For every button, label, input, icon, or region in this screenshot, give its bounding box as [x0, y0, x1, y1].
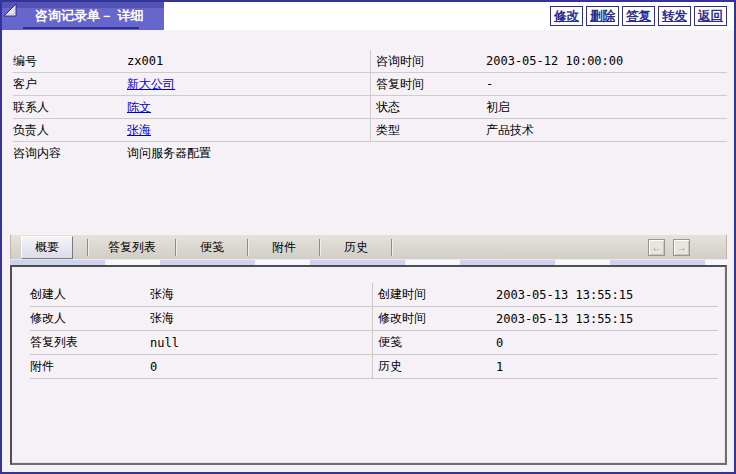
field-value: 张海	[127, 119, 370, 142]
field-label: 答复列表	[30, 331, 150, 355]
field-label: 创建人	[30, 283, 150, 307]
field-label: 编号	[13, 50, 127, 73]
field-value: 陈文	[127, 96, 370, 119]
title-underline	[23, 27, 139, 29]
delete-button[interactable]: 删除	[586, 6, 619, 26]
consultation-detail-window: 咨询记录单－ 详细 修改 删除 答复 转发 返回 编号 zx001 咨询时间 2…	[0, 0, 736, 474]
table-row: 咨询内容 询问服务器配置	[13, 142, 727, 165]
page-title-tab: 咨询记录单－ 详细	[2, 2, 164, 30]
field-value: 0	[150, 355, 372, 379]
field-label: 附件	[30, 355, 150, 379]
table-row: 修改人 张海 修改时间 2003-05-13 13:55:15	[30, 307, 718, 331]
field-value: zx001	[127, 50, 370, 73]
field-value: 产品技术	[482, 119, 727, 142]
field-label: 客户	[13, 73, 127, 96]
field-value: -	[482, 73, 727, 96]
owner-link[interactable]: 张海	[127, 122, 151, 139]
summary-panel: 创建人 张海 创建时间 2003-05-13 13:55:15 修改人 张海 修…	[10, 265, 727, 465]
tab-attachments[interactable]: 附件	[249, 235, 319, 259]
toolbar: 修改 删除 答复 转发 返回	[550, 6, 727, 26]
contact-link[interactable]: 陈文	[127, 99, 151, 116]
field-label: 状态	[370, 96, 482, 119]
field-value: 2003-05-13 13:55:15	[492, 307, 718, 331]
table-row: 负责人 张海 类型 产品技术	[13, 119, 727, 142]
field-label: 联系人	[13, 96, 127, 119]
return-button[interactable]: 返回	[694, 6, 727, 26]
table-row: 客户 新大公司 答复时间 -	[13, 73, 727, 96]
field-label: 修改人	[30, 307, 150, 331]
scroll-right-icon[interactable]: →	[673, 239, 690, 256]
field-value: 初启	[482, 96, 727, 119]
page-title: 咨询记录单－ 详细	[35, 7, 144, 25]
table-row: 答复列表 null 便笺 0	[30, 331, 718, 355]
tab-scroll-buttons: ← →	[648, 235, 726, 259]
field-value: 2003-05-13 13:55:15	[492, 283, 718, 307]
field-value: 询问服务器配置	[127, 142, 370, 165]
field-label: 咨询内容	[13, 142, 127, 165]
field-value: 新大公司	[127, 73, 370, 96]
tab-history[interactable]: 历史	[321, 235, 391, 259]
field-value: 张海	[150, 307, 372, 331]
customer-link[interactable]: 新大公司	[127, 76, 175, 93]
table-row: 联系人 陈文 状态 初启	[13, 96, 727, 119]
field-label: 创建时间	[372, 283, 492, 307]
tab-summary[interactable]: 概要	[21, 236, 73, 259]
reply-button[interactable]: 答复	[622, 6, 655, 26]
field-value: 张海	[150, 283, 372, 307]
field-label: 便笺	[372, 331, 492, 355]
scroll-left-icon[interactable]: ←	[648, 239, 665, 256]
tab-reply-list[interactable]: 答复列表	[89, 235, 175, 259]
field-value: 1	[492, 355, 718, 379]
tab-notes[interactable]: 便笺	[177, 235, 247, 259]
field-value: 0	[492, 331, 718, 355]
field-value: null	[150, 331, 372, 355]
table-row: 附件 0 历史 1	[30, 355, 718, 379]
summary-table: 创建人 张海 创建时间 2003-05-13 13:55:15 修改人 张海 修…	[30, 283, 718, 379]
header-bar: 咨询记录单－ 详细 修改 删除 答复 转发 返回	[2, 2, 734, 30]
table-row: 编号 zx001 咨询时间 2003-05-12 10:00:00	[13, 50, 727, 73]
field-label: 咨询时间	[370, 50, 482, 73]
field-label: 答复时间	[370, 73, 482, 96]
field-value: 2003-05-12 10:00:00	[482, 50, 727, 73]
tab-bar: 概要 答复列表 便笺 附件 历史 ← →	[10, 234, 727, 259]
detail-table: 编号 zx001 咨询时间 2003-05-12 10:00:00 客户 新大公…	[13, 50, 727, 165]
field-label: 类型	[370, 119, 482, 142]
field-label: 修改时间	[372, 307, 492, 331]
tab-separator	[391, 239, 393, 256]
table-row: 创建人 张海 创建时间 2003-05-13 13:55:15	[30, 283, 718, 307]
forward-button[interactable]: 转发	[658, 6, 691, 26]
field-label: 历史	[372, 355, 492, 379]
folded-corner-icon	[3, 3, 18, 18]
modify-button[interactable]: 修改	[550, 6, 583, 26]
field-label: 负责人	[13, 119, 127, 142]
